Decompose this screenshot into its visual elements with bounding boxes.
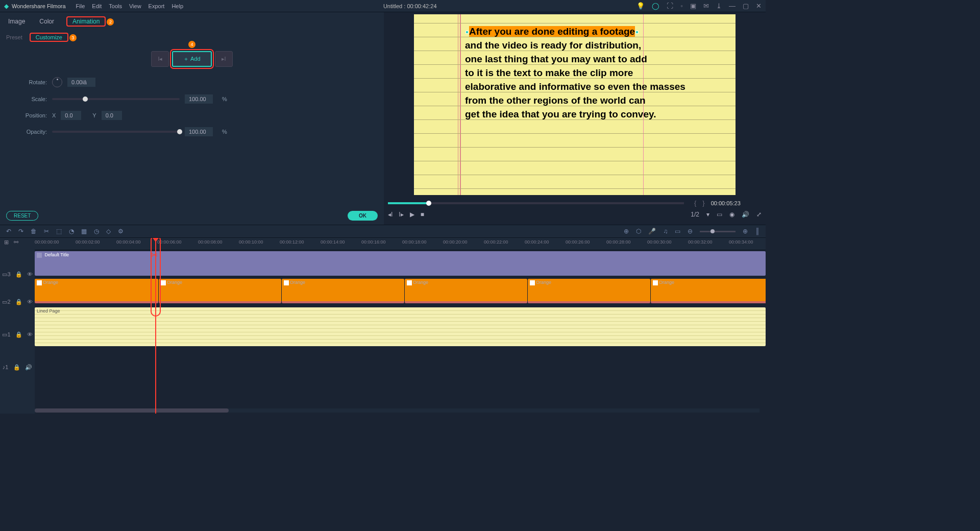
audio-track[interactable]	[35, 353, 766, 368]
keyframe-icon[interactable]: ◇	[106, 228, 111, 235]
lined-page-clip[interactable]: Lined Page	[35, 307, 766, 346]
color-icon[interactable]: ▦	[81, 228, 87, 235]
tab-animation[interactable]: Animation	[70, 17, 102, 26]
orange-clip[interactable]: Orange	[35, 279, 158, 303]
prev-keyframe-button[interactable]: I◂	[151, 51, 169, 67]
title-clip-icon	[37, 253, 42, 258]
reset-button[interactable]: RESET	[6, 211, 38, 221]
orange-clip[interactable]: Orange	[282, 279, 404, 303]
speed-icon[interactable]: ◔	[69, 228, 74, 235]
scale-slider[interactable]	[52, 98, 180, 100]
timeline-ruler[interactable]: 00:00:00:00 00:00:02:00 00:00:04:00 00:0…	[35, 238, 766, 250]
rotate-input[interactable]	[67, 78, 95, 87]
orange-clip[interactable]: Orange	[159, 279, 281, 303]
ruler-mark: 00:00:20:00	[443, 239, 468, 245]
menu-help[interactable]: Help	[172, 3, 183, 9]
preview-ratio[interactable]: 1/2	[691, 211, 699, 218]
tab-color[interactable]: Color	[37, 17, 56, 26]
preview-text[interactable]: After you are done editing a footage and…	[465, 25, 700, 121]
clock-icon[interactable]: ◷	[94, 228, 99, 235]
maximize-icon[interactable]: ▢	[743, 2, 749, 10]
snapshot-icon[interactable]: ◉	[729, 211, 734, 218]
mark-out-icon[interactable]: }	[702, 199, 704, 207]
support-icon[interactable]: ◯	[652, 2, 659, 10]
track-2[interactable]: Orange Orange Orange Orange Orange Orang…	[35, 278, 766, 305]
undo-icon[interactable]: ↶	[6, 228, 11, 235]
position-x-input[interactable]	[61, 111, 81, 120]
render-icon[interactable]: ⊕	[624, 228, 629, 235]
play-icon[interactable]: ▶	[410, 211, 414, 218]
preview-panel: After you are done editing a footage and…	[384, 12, 766, 225]
stop-icon[interactable]: ■	[421, 211, 424, 218]
adjust-icon[interactable]: ⚙	[118, 228, 124, 235]
app-logo-icon: ◆	[4, 3, 9, 10]
link-icon[interactable]: ⚯	[14, 239, 18, 246]
timeline-scrollbar[interactable]	[35, 408, 760, 413]
redo-icon[interactable]: ↷	[18, 228, 23, 235]
mixer-icon[interactable]: ♫	[663, 228, 668, 235]
opacity-input[interactable]	[185, 127, 213, 136]
add-keyframe-button[interactable]: ＋ Add 4	[172, 51, 211, 67]
orange-clip[interactable]: Orange	[651, 279, 766, 303]
title-clip[interactable]: Default Title	[35, 251, 766, 276]
scale-input[interactable]	[185, 94, 213, 104]
eye-icon[interactable]: 👁	[27, 271, 33, 277]
crop-icon[interactable]: ⬚	[56, 228, 62, 235]
gift-icon[interactable]: ⛶	[667, 2, 673, 10]
lock-icon[interactable]: 🔒	[15, 271, 22, 278]
orange-clip[interactable]: Orange	[528, 279, 650, 303]
preview-viewport[interactable]: After you are done editing a footage and…	[414, 14, 736, 195]
delete-icon[interactable]: 🗑	[31, 228, 37, 235]
orange-clip[interactable]: Orange	[405, 279, 527, 303]
prev-frame-icon[interactable]: ◂I	[388, 211, 393, 218]
minimize-icon[interactable]: —	[729, 2, 736, 10]
lock-icon[interactable]: 🔒	[15, 331, 22, 338]
zoom-fit-icon[interactable]: ║	[755, 228, 760, 235]
rotate-knob[interactable]	[52, 77, 62, 87]
preview-progress[interactable]	[388, 202, 684, 204]
selection-handle-icon[interactable]	[635, 31, 639, 34]
track-1[interactable]: Lined Page	[35, 306, 766, 347]
next-frame-icon[interactable]: I▸	[399, 211, 403, 218]
mute-icon[interactable]: 🔊	[25, 364, 32, 371]
tips-icon[interactable]: 💡	[636, 2, 645, 10]
lock-icon[interactable]: 🔒	[15, 299, 22, 305]
menu-file[interactable]: File	[76, 3, 85, 9]
mark-in-icon[interactable]: {	[694, 199, 696, 207]
download-icon[interactable]: ⤓	[716, 2, 722, 10]
close-icon[interactable]: ✕	[756, 2, 762, 10]
snap-icon[interactable]: ▭	[675, 228, 680, 235]
menu-export[interactable]: Export	[149, 3, 165, 9]
ok-button[interactable]: OK	[348, 211, 378, 221]
opacity-slider[interactable]	[52, 131, 180, 133]
fullscreen-icon[interactable]: ⤢	[756, 211, 762, 218]
save-icon[interactable]: ▣	[690, 2, 696, 10]
mail-icon[interactable]: ✉	[703, 2, 709, 10]
zoom-out-icon[interactable]: ⊖	[688, 228, 693, 235]
menu-edit[interactable]: Edit	[92, 3, 102, 9]
menu-view[interactable]: View	[129, 3, 141, 9]
playhead[interactable]: 1	[155, 238, 156, 414]
volume-icon[interactable]: 🔊	[742, 211, 749, 218]
menu-tools[interactable]: Tools	[109, 3, 122, 9]
voiceover-icon[interactable]: 🎤	[648, 228, 656, 235]
preview-line-6: from the other regions of the world can	[465, 95, 646, 106]
lock-icon[interactable]: 🔒	[13, 364, 20, 371]
selection-handle-icon[interactable]	[465, 31, 469, 34]
track-3[interactable]: Default Title	[35, 250, 766, 278]
track-manage-icon[interactable]: ⊞	[4, 239, 9, 246]
cut-icon[interactable]: ✂	[44, 228, 49, 235]
display-icon[interactable]: ▭	[717, 211, 722, 218]
eye-icon[interactable]: 👁	[27, 331, 33, 337]
zoom-in-icon[interactable]: ⊕	[743, 228, 748, 235]
timeline-content[interactable]: 00:00:00:00 00:00:02:00 00:00:04:00 00:0…	[35, 238, 766, 414]
next-keyframe-button[interactable]: ▸I	[215, 51, 233, 67]
marker-icon[interactable]: ⬡	[636, 228, 641, 235]
account-icon[interactable]: ◦	[680, 2, 683, 10]
position-y-input[interactable]	[102, 111, 122, 120]
eye-icon[interactable]: 👁	[27, 299, 33, 305]
tab-customize[interactable]: Customize	[34, 33, 64, 41]
tab-image[interactable]: Image	[6, 17, 27, 26]
chevron-down-icon[interactable]: ▾	[706, 211, 709, 218]
zoom-slider[interactable]	[700, 231, 736, 232]
